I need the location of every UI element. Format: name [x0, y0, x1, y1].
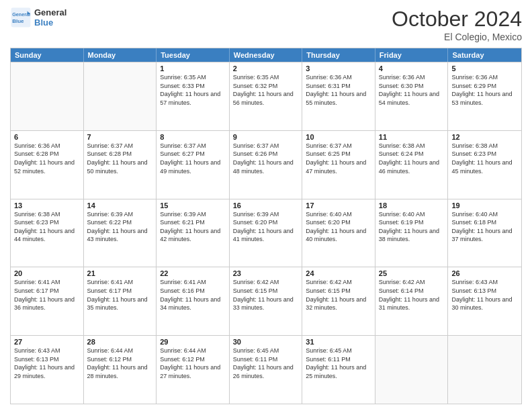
sunset-text: Sunset: 6:19 PM [379, 218, 445, 227]
sunrise-text: Sunrise: 6:45 AM [306, 347, 371, 355]
day-number: 13 [14, 201, 80, 210]
day-number: 1 [160, 64, 226, 73]
daylight-text: Daylight: 11 hours and 32 minutes. [306, 295, 371, 312]
day-number: 22 [160, 269, 226, 277]
logo-icon: General Blue [10, 7, 32, 28]
calendar-body: 1Sunrise: 6:35 AMSunset: 6:33 PMDaylight… [11, 62, 521, 404]
calendar-cell: 6Sunrise: 6:36 AMSunset: 6:28 PMDaylight… [11, 131, 84, 199]
calendar-cell [448, 336, 521, 404]
sunset-text: Sunset: 6:28 PM [87, 150, 153, 158]
daylight-text: Daylight: 11 hours and 43 minutes. [87, 227, 153, 244]
sunset-text: Sunset: 6:23 PM [14, 218, 80, 227]
sunset-text: Sunset: 6:21 PM [160, 218, 226, 227]
daylight-text: Daylight: 11 hours and 44 minutes. [14, 227, 80, 244]
calendar-cell: 1Sunrise: 6:35 AMSunset: 6:33 PMDaylight… [157, 62, 230, 130]
calendar-cell: 25Sunrise: 6:42 AMSunset: 6:14 PMDayligh… [375, 267, 449, 335]
sunrise-text: Sunrise: 6:43 AM [14, 347, 80, 355]
calendar-cell: 29Sunrise: 6:44 AMSunset: 6:12 PMDayligh… [157, 336, 230, 404]
day-number: 26 [451, 269, 518, 277]
svg-text:Blue: Blue [12, 18, 24, 24]
calendar-cell: 12Sunrise: 6:38 AMSunset: 6:23 PMDayligh… [448, 131, 521, 199]
sunrise-text: Sunrise: 6:40 AM [379, 210, 445, 219]
sunrise-text: Sunrise: 6:40 AM [306, 210, 371, 219]
calendar-cell: 11Sunrise: 6:38 AMSunset: 6:24 PMDayligh… [375, 131, 449, 199]
daylight-text: Daylight: 11 hours and 50 minutes. [87, 158, 153, 175]
sunset-text: Sunset: 6:20 PM [306, 218, 371, 227]
calendar-cell: 2Sunrise: 6:35 AMSunset: 6:32 PMDaylight… [230, 62, 303, 130]
daylight-text: Daylight: 11 hours and 56 minutes. [233, 90, 299, 107]
day-number: 12 [451, 133, 518, 141]
calendar-cell: 28Sunrise: 6:44 AMSunset: 6:12 PMDayligh… [84, 336, 157, 404]
sunset-text: Sunset: 6:30 PM [379, 82, 445, 91]
sunset-text: Sunset: 6:33 PM [160, 82, 226, 91]
logo-general: General [34, 7, 66, 17]
sunrise-text: Sunrise: 6:36 AM [14, 142, 80, 150]
sunset-text: Sunset: 6:27 PM [160, 150, 226, 158]
weekday-header: Monday [84, 48, 157, 62]
day-number: 3 [306, 64, 371, 73]
sunrise-text: Sunrise: 6:36 AM [379, 73, 445, 82]
daylight-text: Daylight: 11 hours and 36 minutes. [14, 295, 80, 312]
sunset-text: Sunset: 6:13 PM [451, 287, 518, 295]
daylight-text: Daylight: 11 hours and 55 minutes. [306, 90, 371, 107]
sunset-text: Sunset: 6:12 PM [160, 355, 226, 364]
daylight-text: Daylight: 11 hours and 49 minutes. [160, 158, 226, 175]
calendar-cell: 18Sunrise: 6:40 AMSunset: 6:19 PMDayligh… [375, 199, 449, 267]
sunset-text: Sunset: 6:23 PM [451, 150, 518, 158]
day-number: 15 [160, 201, 226, 210]
calendar-cell: 20Sunrise: 6:41 AMSunset: 6:17 PMDayligh… [11, 267, 84, 335]
sunset-text: Sunset: 6:24 PM [379, 150, 445, 158]
sunset-text: Sunset: 6:18 PM [451, 218, 518, 227]
day-number: 14 [87, 201, 153, 210]
sunset-text: Sunset: 6:17 PM [14, 287, 80, 295]
calendar-cell: 31Sunrise: 6:45 AMSunset: 6:11 PMDayligh… [302, 336, 375, 404]
calendar-cell: 14Sunrise: 6:39 AMSunset: 6:22 PMDayligh… [84, 199, 157, 267]
sunrise-text: Sunrise: 6:41 AM [87, 278, 153, 287]
sunrise-text: Sunrise: 6:37 AM [233, 142, 299, 150]
sunset-text: Sunset: 6:11 PM [306, 355, 371, 364]
calendar-row: 1Sunrise: 6:35 AMSunset: 6:33 PMDaylight… [11, 62, 521, 130]
day-number: 4 [379, 64, 445, 73]
calendar-cell: 15Sunrise: 6:39 AMSunset: 6:21 PMDayligh… [157, 199, 230, 267]
calendar-cell: 21Sunrise: 6:41 AMSunset: 6:17 PMDayligh… [84, 267, 157, 335]
sunrise-text: Sunrise: 6:40 AM [451, 210, 518, 219]
day-number: 18 [379, 201, 445, 210]
day-number: 8 [160, 133, 226, 141]
daylight-text: Daylight: 11 hours and 35 minutes. [87, 295, 153, 312]
month-title: October 2024 [392, 7, 522, 32]
calendar-cell: 3Sunrise: 6:36 AMSunset: 6:31 PMDaylight… [302, 62, 375, 130]
daylight-text: Daylight: 11 hours and 46 minutes. [379, 158, 445, 175]
sunrise-text: Sunrise: 6:38 AM [379, 142, 445, 150]
day-number: 30 [233, 338, 299, 346]
calendar-cell: 27Sunrise: 6:43 AMSunset: 6:13 PMDayligh… [11, 336, 84, 404]
logo-blue: Blue [34, 17, 66, 28]
logo: General Blue General Blue [10, 7, 66, 28]
day-number: 16 [233, 201, 299, 210]
day-number: 19 [451, 201, 518, 210]
daylight-text: Daylight: 11 hours and 25 minutes. [306, 363, 371, 380]
sunrise-text: Sunrise: 6:35 AM [233, 73, 299, 82]
sunrise-text: Sunrise: 6:44 AM [87, 347, 153, 355]
daylight-text: Daylight: 11 hours and 54 minutes. [379, 90, 445, 107]
day-number: 10 [306, 133, 371, 141]
day-number: 27 [14, 338, 80, 346]
weekday-header: Sunday [11, 48, 84, 62]
title-block: October 2024 El Colegio, Mexico [392, 7, 522, 42]
daylight-text: Daylight: 11 hours and 45 minutes. [451, 158, 518, 175]
daylight-text: Daylight: 11 hours and 48 minutes. [233, 158, 299, 175]
day-number: 7 [87, 133, 153, 141]
sunrise-text: Sunrise: 6:41 AM [160, 278, 226, 287]
sunset-text: Sunset: 6:29 PM [451, 82, 518, 91]
header: General Blue General Blue October 2024 E… [10, 7, 522, 42]
sunset-text: Sunset: 6:12 PM [87, 355, 153, 364]
day-number: 17 [306, 201, 371, 210]
sunrise-text: Sunrise: 6:37 AM [87, 142, 153, 150]
calendar: SundayMondayTuesdayWednesdayThursdayFrid… [10, 48, 522, 404]
daylight-text: Daylight: 11 hours and 57 minutes. [160, 90, 226, 107]
daylight-text: Daylight: 11 hours and 34 minutes. [160, 295, 226, 312]
daylight-text: Daylight: 11 hours and 26 minutes. [233, 363, 299, 380]
sunrise-text: Sunrise: 6:42 AM [306, 278, 371, 287]
calendar-cell: 19Sunrise: 6:40 AMSunset: 6:18 PMDayligh… [448, 199, 521, 267]
sunset-text: Sunset: 6:28 PM [14, 150, 80, 158]
day-number: 24 [306, 269, 371, 277]
